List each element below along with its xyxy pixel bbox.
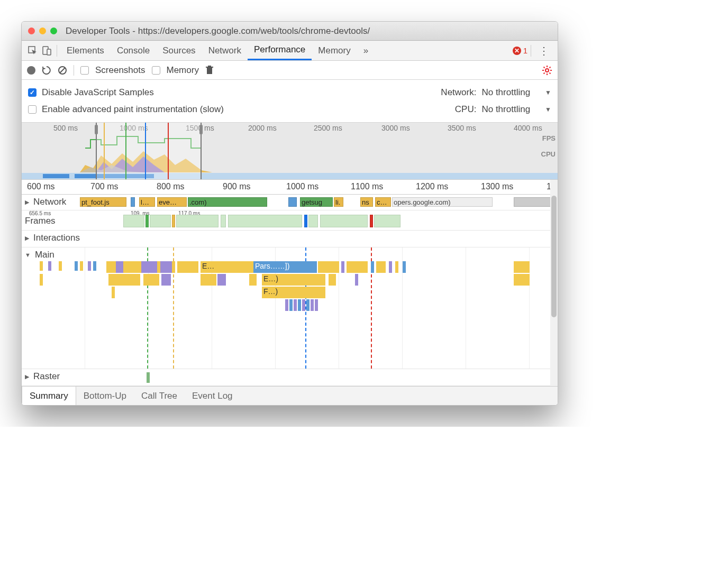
task[interactable] bbox=[514, 274, 530, 286]
network-request[interactable] bbox=[288, 197, 297, 207]
task[interactable] bbox=[88, 261, 91, 271]
frames-track[interactable]: Frames 656.5 ms 109. ms 117.0 ms bbox=[22, 210, 558, 231]
task[interactable] bbox=[112, 287, 115, 298]
task[interactable] bbox=[389, 261, 392, 273]
cpu-throttling-select[interactable]: No throttling ▼ bbox=[481, 104, 551, 115]
frame-bar[interactable] bbox=[172, 215, 175, 227]
task[interactable] bbox=[514, 261, 530, 273]
network-request[interactable]: ns bbox=[360, 197, 373, 207]
network-request[interactable]: l… bbox=[139, 197, 155, 207]
network-request[interactable]: pt_foot.js bbox=[80, 197, 126, 207]
disable-js-checkbox[interactable] bbox=[28, 88, 37, 97]
network-request[interactable] bbox=[514, 197, 551, 207]
raster-track-header[interactable]: Raster bbox=[25, 371, 60, 382]
reload-icon[interactable] bbox=[42, 66, 51, 75]
task[interactable] bbox=[371, 261, 374, 273]
task[interactable] bbox=[311, 299, 314, 311]
task[interactable] bbox=[59, 261, 62, 271]
clear-icon[interactable] bbox=[58, 66, 67, 75]
frame-bar[interactable] bbox=[150, 215, 171, 227]
network-request[interactable] bbox=[131, 197, 135, 207]
raster-task[interactable] bbox=[147, 372, 150, 383]
task[interactable] bbox=[294, 299, 297, 311]
task[interactable] bbox=[177, 261, 198, 273]
network-request[interactable]: li. bbox=[334, 197, 343, 207]
task[interactable] bbox=[298, 299, 301, 311]
frame-bar[interactable] bbox=[145, 215, 149, 227]
task[interactable] bbox=[48, 261, 51, 271]
task[interactable]: Pars……]) bbox=[253, 261, 317, 273]
task[interactable] bbox=[376, 261, 386, 273]
frame-bar[interactable] bbox=[176, 215, 219, 227]
task[interactable] bbox=[355, 274, 358, 286]
tab-memory[interactable]: Memory bbox=[312, 41, 357, 60]
network-request[interactable]: c… bbox=[375, 197, 391, 207]
task[interactable] bbox=[285, 299, 288, 311]
task[interactable] bbox=[93, 261, 96, 271]
task[interactable] bbox=[302, 299, 305, 311]
main-track-header[interactable]: Main bbox=[25, 250, 54, 260]
network-request[interactable]: opers.google.com) bbox=[392, 197, 493, 207]
scrollbar-thumb[interactable] bbox=[551, 196, 557, 317]
network-track[interactable]: Network pt_foot.js l… eve… .com) getsug … bbox=[22, 195, 558, 210]
tabs-overflow[interactable]: » bbox=[357, 41, 375, 60]
more-icon[interactable]: ⋮ bbox=[534, 44, 553, 57]
overview-selection[interactable] bbox=[96, 123, 202, 179]
interactions-track-header[interactable]: Interactions bbox=[25, 233, 80, 243]
vertical-scrollbar[interactable] bbox=[550, 180, 558, 386]
tab-performance[interactable]: Performance bbox=[248, 41, 312, 60]
task[interactable] bbox=[403, 261, 406, 273]
network-request[interactable]: getsug bbox=[300, 197, 333, 207]
tab-elements[interactable]: Elements bbox=[60, 41, 111, 60]
task[interactable] bbox=[341, 261, 344, 273]
tab-call-tree[interactable]: Call Tree bbox=[134, 387, 185, 405]
task[interactable] bbox=[395, 261, 398, 273]
interactions-track[interactable]: Interactions bbox=[22, 231, 558, 247]
inspect-icon[interactable] bbox=[26, 44, 40, 58]
memory-checkbox[interactable] bbox=[152, 66, 160, 75]
task[interactable] bbox=[329, 274, 336, 286]
selection-handle-left[interactable] bbox=[95, 125, 98, 134]
task[interactable] bbox=[116, 261, 123, 273]
task[interactable] bbox=[108, 274, 140, 286]
task[interactable] bbox=[201, 274, 216, 286]
task[interactable] bbox=[347, 261, 368, 273]
task[interactable] bbox=[75, 261, 78, 271]
frame-bar[interactable] bbox=[221, 215, 226, 227]
task[interactable] bbox=[318, 261, 339, 273]
frame-bar[interactable] bbox=[374, 215, 401, 227]
task[interactable]: E… bbox=[201, 261, 253, 273]
device-mode-icon[interactable] bbox=[40, 44, 53, 58]
task[interactable] bbox=[217, 274, 226, 286]
network-track-header[interactable]: Network bbox=[25, 197, 66, 207]
flame-chart[interactable]: 600 ms 700 ms 800 ms 900 ms 1000 ms 1100… bbox=[22, 180, 558, 386]
task[interactable] bbox=[306, 299, 310, 311]
tab-sources[interactable]: Sources bbox=[156, 41, 202, 60]
raster-track[interactable]: Raster bbox=[22, 369, 558, 386]
task[interactable] bbox=[80, 261, 83, 271]
task[interactable] bbox=[160, 261, 172, 273]
tab-console[interactable]: Console bbox=[111, 41, 156, 60]
frame-bar[interactable] bbox=[304, 215, 307, 227]
frame-bar[interactable] bbox=[320, 215, 368, 227]
screenshots-checkbox[interactable] bbox=[80, 66, 89, 75]
settings-gear-icon[interactable] bbox=[542, 65, 552, 76]
tab-bottom-up[interactable]: Bottom-Up bbox=[76, 387, 134, 405]
network-request[interactable]: .com) bbox=[188, 197, 267, 207]
tab-network[interactable]: Network bbox=[202, 41, 248, 60]
network-throttling-select[interactable]: No throttling ▼ bbox=[481, 87, 551, 98]
network-request[interactable]: eve… bbox=[157, 197, 187, 207]
task[interactable]: E…) bbox=[262, 274, 325, 286]
trash-icon[interactable] bbox=[205, 66, 214, 75]
frame-bar[interactable] bbox=[370, 215, 373, 227]
frame-bar[interactable] bbox=[228, 215, 302, 227]
error-badge[interactable]: ✕ 1 bbox=[513, 46, 527, 55]
task[interactable] bbox=[161, 274, 171, 286]
frame-bar[interactable] bbox=[123, 215, 144, 227]
overview-timeline[interactable]: 500 ms 1000 ms 1500 ms 2000 ms 2500 ms 3… bbox=[22, 123, 558, 180]
tab-summary[interactable]: Summary bbox=[22, 387, 76, 405]
task[interactable] bbox=[289, 299, 293, 311]
minimize-icon[interactable] bbox=[39, 27, 46, 34]
task[interactable] bbox=[40, 261, 43, 271]
task[interactable] bbox=[143, 274, 159, 286]
